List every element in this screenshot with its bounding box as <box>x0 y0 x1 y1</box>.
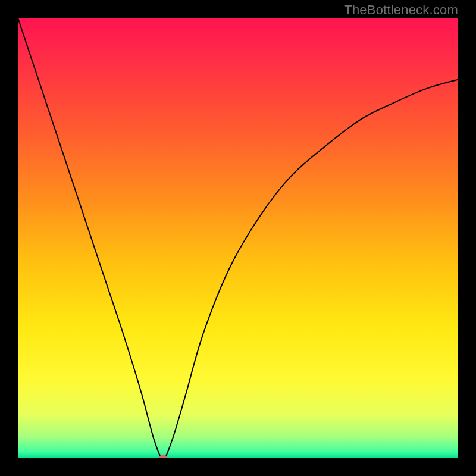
chart-frame: TheBottleneck.com <box>0 0 476 476</box>
watermark-text: TheBottleneck.com <box>344 2 458 18</box>
plot-area <box>18 18 458 458</box>
optimum-marker <box>159 455 167 458</box>
bottleneck-curve <box>18 18 458 458</box>
